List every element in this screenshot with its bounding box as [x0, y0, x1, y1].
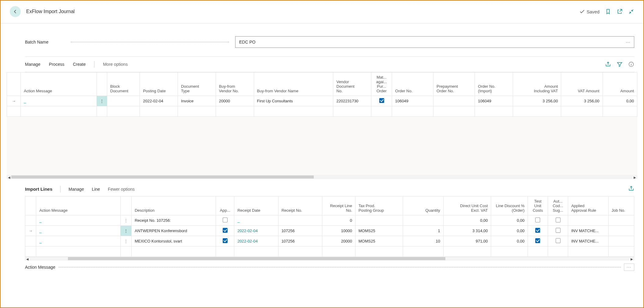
col-match-order[interactable]: Mat...agai...Pur...Order	[371, 73, 392, 96]
lcell-receipt-line-no[interactable]: 20000	[322, 236, 355, 246]
col-order-no[interactable]: Order No.	[392, 73, 433, 96]
row-selector-icon[interactable]	[25, 215, 36, 226]
lcol-discount[interactable]: Line Discount %(Order)	[491, 196, 528, 215]
lcell-aut-sug-checkbox[interactable]	[548, 226, 568, 236]
lcell-action-message[interactable]: _	[36, 236, 121, 246]
lcell-description[interactable]: ANTWERPEN Konferensbord	[132, 226, 216, 236]
lcell-receipt-date[interactable]: 2022-02-04	[234, 236, 278, 246]
row-actions-button[interactable]: ⋮	[121, 215, 132, 226]
lcol-quantity[interactable]: Quantity	[403, 196, 443, 215]
cell-amount[interactable]: 0,00	[603, 96, 637, 106]
lcol-test-unit[interactable]: TestUnitCosts	[528, 196, 548, 215]
lcol-description[interactable]: Description	[132, 196, 216, 215]
lines-fewer-options[interactable]: Fewer options	[108, 187, 135, 192]
filter-icon[interactable]	[617, 61, 623, 67]
lines-line-menu[interactable]: Line	[92, 187, 100, 192]
lcell-tax-group[interactable]: MOMS25	[355, 236, 403, 246]
lcell-unit-cost[interactable]: 0,00	[443, 215, 491, 226]
lcol-aut-sug[interactable]: Aut...Cod...Sug...	[548, 196, 568, 215]
lcell-approval-rule[interactable]	[568, 215, 608, 226]
batch-lookup-button[interactable]: ···	[626, 40, 630, 44]
lcell-unit-cost[interactable]: 971,00	[443, 236, 491, 246]
share-icon[interactable]	[628, 186, 634, 192]
lcol-app[interactable]: App...	[216, 196, 234, 215]
lcol-action-message[interactable]: Action Message	[36, 196, 121, 215]
line-row[interactable]: _ ⋮ MEXICO Kontorsstol, svart 2022-02-04…	[25, 236, 634, 246]
scroll-left-icon[interactable]: ◀	[25, 257, 30, 261]
lcell-app-checkbox[interactable]	[216, 215, 234, 226]
col-buy-from-vendor-name[interactable]: Buy-from Vendor Name	[254, 73, 333, 96]
footer-more-button[interactable]: ···	[624, 264, 634, 271]
more-options-menu[interactable]: More options	[103, 62, 128, 67]
lcell-action-message[interactable]: _	[36, 226, 121, 236]
lcol-tax-group[interactable]: Tax Prod.Posting Group	[355, 196, 403, 215]
cell-prepay-order-no[interactable]	[433, 96, 475, 106]
cell-action-message[interactable]: _	[24, 99, 26, 103]
lcell-aut-sug-checkbox[interactable]	[548, 215, 568, 226]
lcell-receipt-line-no[interactable]: 0	[322, 215, 355, 226]
collapse-icon[interactable]	[628, 9, 634, 15]
lcell-quantity[interactable]	[403, 215, 443, 226]
lcol-receipt-line-no[interactable]: Receipt LineNo.	[322, 196, 355, 215]
lcol-unit-cost[interactable]: Direct Unit CostExcl. VAT	[443, 196, 491, 215]
lcell-description[interactable]: Receipt No. 107256:	[132, 215, 216, 226]
lcell-aut-sug-checkbox[interactable]	[548, 236, 568, 246]
lcell-test-unit-checkbox[interactable]	[528, 236, 548, 246]
create-menu[interactable]: Create	[73, 62, 86, 67]
col-order-no-import[interactable]: Order No.(Import)	[475, 73, 513, 96]
cell-document-type[interactable]: Invoice	[178, 96, 216, 106]
lcol-job-no[interactable]: Job No.	[608, 196, 634, 215]
cell-amount-incl-vat[interactable]: 3 256,00	[513, 96, 561, 106]
col-posting-date[interactable]: Posting Date	[140, 73, 178, 96]
scroll-left-icon[interactable]: ◀	[7, 175, 11, 179]
lcol-receipt-date[interactable]: Receipt Date	[234, 196, 278, 215]
lcell-job-no[interactable]	[608, 236, 634, 246]
lcell-test-unit-checkbox[interactable]	[528, 215, 548, 226]
bookmark-icon[interactable]	[605, 9, 611, 15]
journal-row[interactable]: → _ ⋮ 2022-02-04 Invoice 20000 First Up …	[7, 96, 637, 106]
lcell-receipt-date[interactable]: 2022-02-04	[234, 226, 278, 236]
col-amount-incl-vat[interactable]: AmountIncluding VAT	[513, 73, 561, 96]
scroll-right-icon[interactable]: ▶	[633, 175, 637, 179]
col-action-message[interactable]: Action Message	[21, 73, 97, 96]
lcol-receipt-no[interactable]: Receipt No.	[278, 196, 322, 215]
info-icon[interactable]	[628, 61, 634, 67]
lcell-receipt-date[interactable]: _	[234, 215, 278, 226]
lcell-receipt-no[interactable]: 107256	[278, 236, 322, 246]
line-row[interactable]: _ ⋮ Receipt No. 107256: _ 0 0,00 0,00	[25, 215, 634, 226]
lcell-app-checkbox[interactable]	[216, 226, 234, 236]
lcell-tax-group[interactable]: MOMS25	[355, 226, 403, 236]
share-icon[interactable]	[605, 61, 611, 67]
lcell-tax-group[interactable]	[355, 215, 403, 226]
process-menu[interactable]: Process	[49, 62, 65, 67]
lcell-action-message[interactable]: _	[36, 215, 121, 226]
lcell-job-no[interactable]	[608, 226, 634, 236]
row-actions-button[interactable]: ⋮	[97, 96, 107, 106]
cell-vendor-no[interactable]: 20000	[216, 96, 254, 106]
lcol-approval-rule[interactable]: AppliedApproval Rule	[568, 196, 608, 215]
lcell-discount[interactable]: 0,00	[491, 215, 528, 226]
cell-block-document[interactable]	[107, 96, 140, 106]
col-prepay-order-no[interactable]: PrepaymentOrder No.	[433, 73, 475, 96]
cell-posting-date[interactable]: 2022-02-04	[140, 96, 178, 106]
cell-vendor-doc-no[interactable]: 2202231730	[333, 96, 371, 106]
row-selector-icon[interactable]	[25, 236, 36, 246]
lines-horizontal-scrollbar[interactable]: ◀ ▶	[25, 257, 634, 260]
lcell-app-checkbox[interactable]	[216, 236, 234, 246]
batch-name-input[interactable]: EDC PO ···	[235, 36, 634, 48]
cell-vendor-name[interactable]: First Up Consultants	[254, 96, 333, 106]
col-vat-amount[interactable]: VAT Amount	[561, 73, 603, 96]
lcell-job-no[interactable]	[608, 215, 634, 226]
lcell-discount[interactable]: 0,00	[491, 226, 528, 236]
cell-order-no[interactable]: 106049	[392, 96, 433, 106]
lcell-receipt-no[interactable]	[278, 215, 322, 226]
lcell-approval-rule[interactable]: INV MATCHE...	[568, 236, 608, 246]
lcell-test-unit-checkbox[interactable]	[528, 226, 548, 236]
row-actions-button[interactable]: ⋮	[121, 236, 132, 246]
line-row[interactable]: → _ ⋮ ANTWERPEN Konferensbord 2022-02-04…	[25, 226, 634, 236]
grid-horizontal-scrollbar[interactable]: ◀ ▶	[7, 175, 637, 179]
lines-manage-menu[interactable]: Manage	[69, 187, 84, 192]
cell-match-checkbox[interactable]	[371, 96, 392, 106]
scroll-right-icon[interactable]: ▶	[630, 257, 634, 261]
row-actions-button[interactable]: ⋮	[121, 226, 132, 236]
